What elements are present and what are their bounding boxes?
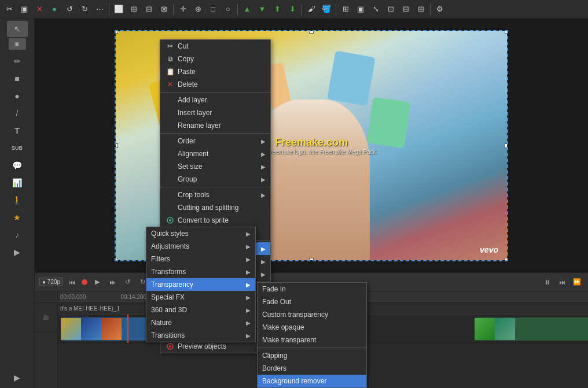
sub2-make-transparent[interactable]: Make transparent — [258, 334, 366, 346]
handle-bm[interactable] — [309, 258, 314, 261]
line-tool[interactable]: / — [7, 105, 28, 121]
tc-loop-icon[interactable]: ↺ — [121, 276, 134, 289]
more-icon[interactable]: ⋯ — [93, 2, 106, 16]
walk-tool[interactable]: 🚶 — [7, 192, 28, 208]
submenu-transitions[interactable]: Transitions ▶ — [146, 329, 255, 342]
menu-delete[interactable]: ✕ Delete — [160, 78, 270, 91]
handle-mr[interactable] — [505, 143, 508, 148]
down-icon[interactable]: ▼ — [255, 2, 269, 16]
pointer-tool[interactable]: ↖ — [7, 21, 28, 37]
frame2-icon[interactable]: ▣ — [354, 2, 368, 16]
circle-icon[interactable]: ● — [47, 2, 61, 16]
layer-icon[interactable]: ▣ — [17, 2, 31, 16]
anchor-icon[interactable]: ⊕ — [191, 2, 205, 16]
up-icon[interactable]: ▲ — [240, 2, 254, 16]
fo-label: Fade Out — [262, 298, 362, 306]
submenu-adjustments[interactable]: Adjustments ▶ — [146, 240, 255, 253]
sub2-bg-remover[interactable]: Background remover — [258, 375, 366, 387]
sub2-fade-in[interactable]: Fade In — [258, 283, 366, 295]
settings-icon[interactable]: ⚙ — [433, 2, 447, 16]
grid2-icon[interactable]: ⊟ — [142, 2, 156, 16]
resize-icon[interactable]: ⤡ — [369, 2, 383, 16]
submenu-transparency[interactable]: Transparency ▶ — [146, 278, 255, 291]
grid-icon[interactable]: ⊞ — [127, 2, 141, 16]
menu-cutting-label: Cutting and splitting — [178, 204, 266, 212]
menu-insert-layer[interactable]: Insert layer — [160, 106, 270, 119]
menu-cutting[interactable]: Cutting and splitting — [160, 201, 270, 214]
sub2-fade-out[interactable]: Fade Out — [258, 295, 366, 308]
grid3-icon[interactable]: ⊠ — [157, 2, 171, 16]
oval-icon[interactable]: ○ — [221, 2, 235, 16]
sub2-custom[interactable]: Custom transparency — [258, 308, 366, 321]
insert-layer-icon — [165, 108, 175, 118]
menu-crop-tools[interactable]: Crop tools ▶ — [160, 189, 270, 201]
star-tool[interactable]: ★ — [7, 209, 28, 226]
submenu-360-3d[interactable]: 360 and 3D ▶ — [146, 304, 255, 316]
video-tool[interactable]: ▶ — [7, 244, 28, 260]
move-icon[interactable]: ✛ — [176, 2, 190, 16]
menu-convert[interactable]: Convert to sprite — [160, 214, 270, 227]
crop-icon[interactable]: ⊟ — [399, 2, 413, 16]
brush-icon[interactable]: 🖌 — [304, 2, 318, 16]
tc-next-icon[interactable]: ⏭ — [106, 276, 119, 289]
menu-order[interactable]: Order ▶ — [160, 135, 270, 147]
time-0: 00:00.000 — [60, 294, 86, 300]
menu-paste[interactable]: 📋 Paste — [160, 65, 270, 78]
submenu-filters[interactable]: Filters ▶ — [146, 253, 255, 265]
track-clip-2[interactable] — [475, 317, 588, 341]
pen-tool[interactable]: ✏ — [7, 53, 28, 69]
chart-tool[interactable]: 📊 — [7, 175, 28, 191]
menu-copy[interactable]: ⧉ Copy — [160, 53, 270, 65]
layer-tool[interactable]: ▣ — [9, 38, 26, 50]
redo-icon[interactable]: ↻ — [78, 2, 91, 16]
sub2-make-opaque[interactable]: Make opaque — [258, 321, 366, 334]
menu-add-layer[interactable]: Add layer — [160, 94, 270, 106]
paint-icon[interactable]: 🪣 — [319, 2, 333, 16]
grid4-icon[interactable]: ⊞ — [414, 2, 428, 16]
tc-ff-icon[interactable]: ⏩ — [571, 276, 583, 289]
sfx-label: Special FX — [151, 293, 246, 301]
submenu-transforms[interactable]: Transforms ▶ — [146, 265, 255, 278]
tr-label: Transforms — [151, 268, 246, 276]
main-area: ↖ ▣ ✏ ■ ● / T SUB 💬 📊 🚶 ★ ♪ ▶ ▶ — [0, 19, 588, 388]
handle-tm[interactable] — [309, 30, 314, 34]
menu-cut[interactable]: ✂ Cut — [160, 40, 270, 53]
tc-prev-icon[interactable]: ⏮ — [65, 276, 78, 289]
oval-tool[interactable]: ● — [7, 88, 28, 104]
sub2-clipping[interactable]: Clipping — [258, 349, 366, 362]
tc-play-icon[interactable]: ▶ — [91, 276, 104, 289]
down2-icon[interactable]: ⬇ — [285, 2, 299, 16]
play-bottom[interactable]: ▶ — [7, 369, 28, 386]
menu-alignment[interactable]: Alignment ▶ — [160, 147, 270, 160]
text-tool[interactable]: T — [7, 123, 28, 139]
submenu-nature[interactable]: Nature ▶ — [146, 316, 255, 329]
delete-icon[interactable]: ✕ — [32, 2, 46, 16]
menu-group[interactable]: Group ▶ — [160, 173, 270, 186]
handle-ml[interactable] — [115, 143, 118, 148]
frame-icon[interactable]: ⊞ — [339, 2, 352, 16]
bubble-tool[interactable]: 💬 — [7, 157, 28, 173]
select-icon[interactable]: ⬜ — [112, 2, 126, 16]
cut-tool-icon[interactable]: ✂ — [2, 2, 16, 16]
tc-skip-icon[interactable]: ⏭ — [556, 276, 568, 289]
submenu-special-fx[interactable]: Special FX ▶ — [146, 291, 255, 304]
crop-tools-arrow: ▶ — [261, 192, 266, 198]
rect-icon[interactable]: □ — [206, 2, 220, 16]
handle-tr[interactable] — [505, 30, 508, 34]
handle-tl[interactable] — [115, 30, 118, 34]
sub-tool[interactable]: SUB — [7, 140, 28, 156]
handle-bl[interactable] — [115, 258, 118, 261]
sub2-borders[interactable]: Borders — [258, 362, 366, 375]
tc-pause-icon[interactable]: ⏸ — [541, 276, 553, 289]
tc-record-icon[interactable] — [82, 279, 87, 285]
undo-icon[interactable]: ↺ — [63, 2, 76, 16]
up2-icon[interactable]: ⬆ — [270, 2, 284, 16]
menu-rename-layer[interactable]: Rename layer — [160, 119, 270, 132]
music-tool[interactable]: ♪ — [7, 227, 28, 243]
fit-icon[interactable]: ⊡ — [384, 2, 398, 16]
menu-delete-label: Delete — [178, 80, 266, 88]
menu-set-size[interactable]: Set size ▶ — [160, 160, 270, 173]
handle-br[interactable] — [505, 258, 508, 261]
submenu-quick-styles[interactable]: Quick styles ▶ — [146, 227, 255, 240]
shape-rect-tool[interactable]: ■ — [7, 71, 28, 87]
